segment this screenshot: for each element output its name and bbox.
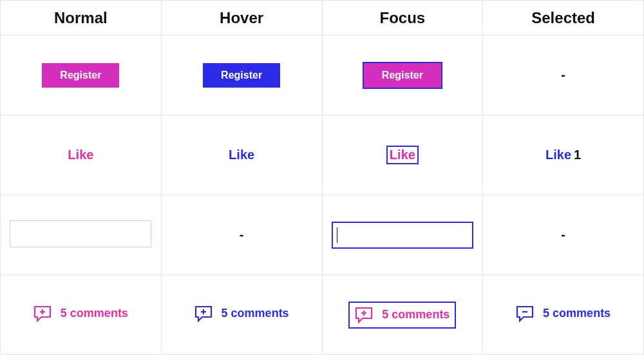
table-row: 5 comments 5 comments <box>1 275 644 355</box>
like-selected-label: Like <box>545 148 571 162</box>
like-link-focus[interactable]: Like <box>388 148 417 162</box>
comments-focus-label: 5 comments <box>382 308 450 321</box>
like-link-selected[interactable]: Like1 <box>545 150 581 161</box>
register-button-normal[interactable]: Register <box>42 63 119 88</box>
text-caret-icon <box>337 227 337 243</box>
text-input-normal[interactable] <box>10 220 151 247</box>
comments-toggle-selected[interactable]: 5 comments <box>516 305 611 322</box>
col-header-selected: Selected <box>483 1 644 35</box>
text-input-selected-placeholder: - <box>561 227 565 242</box>
register-button-hover[interactable]: Register <box>203 63 280 88</box>
col-header-normal: Normal <box>1 1 162 35</box>
like-link-normal[interactable]: Like <box>68 148 93 162</box>
comments-hover-label: 5 comments <box>222 307 289 320</box>
text-input-hover-placeholder: - <box>240 227 244 242</box>
comments-selected-label: 5 comments <box>543 307 611 320</box>
comments-toggle-focus[interactable]: 5 comments <box>351 304 453 326</box>
table-row: Register Register Register - <box>1 35 644 115</box>
register-button-focus[interactable]: Register <box>364 63 441 88</box>
minus-bubble-icon <box>516 305 535 322</box>
like-link-hover[interactable]: Like <box>229 148 254 162</box>
text-input-focus[interactable] <box>332 222 473 249</box>
table-row: Like Like Like Like1 <box>1 115 644 195</box>
comments-toggle-normal[interactable]: 5 comments <box>33 305 128 322</box>
plus-bubble-icon <box>194 305 214 322</box>
col-header-hover: Hover <box>161 1 322 35</box>
plus-bubble-icon <box>355 307 374 323</box>
like-selected-count: 1 <box>574 148 581 162</box>
plus-bubble-icon <box>33 305 53 322</box>
comments-toggle-hover[interactable]: 5 comments <box>194 305 289 322</box>
table-header-row: Normal Hover Focus Selected <box>1 1 644 35</box>
col-header-focus: Focus <box>322 1 483 35</box>
comments-normal-label: 5 comments <box>61 307 128 320</box>
states-table: Normal Hover Focus Selected Register Reg… <box>0 0 644 355</box>
register-selected-placeholder: - <box>561 68 565 82</box>
table-row: - - <box>1 195 644 275</box>
